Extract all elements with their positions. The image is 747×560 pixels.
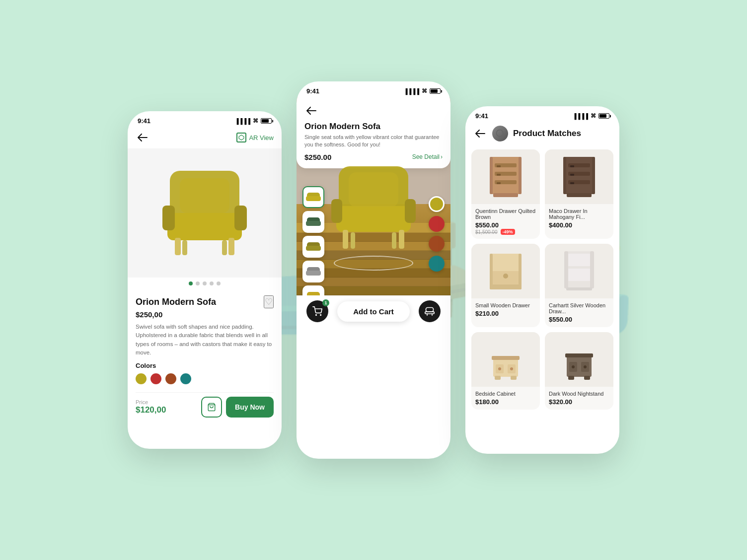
battery-icon-2 — [430, 88, 441, 94]
product-card-1[interactable]: Quentinn Drawer Quilted Brown $550.00 $1… — [471, 149, 540, 239]
variant-yellow[interactable] — [302, 186, 324, 208]
cp-teal[interactable] — [429, 256, 445, 272]
product-grid: Quentinn Drawer Quilted Brown $550.00 $1… — [465, 145, 619, 414]
status-icons-1: ▐▐▐▐ ⌘ — [235, 118, 272, 124]
product-card-5[interactable]: Bedside Cabinet $180.00 — [471, 332, 540, 410]
phone-2-ar-view: 9:41 ▐▐▐▐ ⌘ — [297, 81, 450, 459]
variant-dark-green[interactable] — [302, 211, 324, 233]
cp-brown[interactable] — [429, 236, 445, 252]
cp-red[interactable] — [429, 216, 445, 232]
svg-rect-11 — [306, 196, 321, 201]
search-avatar — [492, 126, 508, 141]
ar-label: AR View — [249, 134, 274, 141]
svg-rect-60 — [567, 193, 592, 197]
svg-rect-61 — [563, 157, 566, 194]
svg-rect-74 — [566, 287, 592, 290]
svg-rect-84 — [565, 353, 593, 357]
ar-bottom-bar: 1 Add to Cart — [297, 295, 450, 327]
ar-chair-button[interactable] — [419, 300, 441, 322]
ar-product-description: Single seat sofa with yellow vibrant col… — [304, 134, 443, 149]
cart-badge: 1 — [322, 299, 329, 306]
status-time-2: 9:41 — [306, 87, 319, 95]
product-price-card-4: $550.00 — [549, 316, 572, 323]
svg-point-87 — [572, 365, 575, 368]
phone-1-product-detail: 9:41 ▐▐▐▐ ⌘ AR View — [128, 111, 282, 449]
product-name-card-6: Dark Wood Nightstand — [549, 391, 609, 397]
product-price-card-2: $400.00 — [549, 221, 572, 229]
svg-rect-45 — [497, 165, 501, 167]
phone-3-product-matches: 9:41 ▐▐▐▐ ⌘ Product Matches — [465, 106, 619, 454]
svg-rect-4 — [175, 238, 181, 255]
product-card-2[interactable]: Maco Drawer In Mahogany Fi... $400.00 — [545, 149, 613, 239]
product-card-3[interactable]: Small Wooden Drawer $210.00 — [471, 244, 540, 327]
back-button-3[interactable] — [473, 127, 487, 140]
svg-rect-52 — [519, 157, 522, 194]
status-bar-3: 9:41 ▐▐▐▐ ⌘ — [465, 106, 619, 122]
product-price-1: $250,00 — [136, 310, 274, 319]
price-row-4: $550.00 — [549, 316, 609, 323]
color-option-brown[interactable] — [165, 373, 176, 384]
status-time-3: 9:41 — [475, 112, 488, 120]
variant-olive[interactable] — [302, 236, 324, 258]
color-option-teal[interactable] — [180, 373, 191, 384]
svg-rect-31 — [399, 230, 404, 249]
svg-rect-55 — [570, 165, 574, 167]
ar-product-name: Orion Modern Sofa — [304, 122, 443, 132]
svg-rect-57 — [570, 174, 574, 176]
price-row-3: $210.00 — [475, 310, 536, 317]
svg-point-36 — [320, 315, 321, 316]
price-label: Price — [136, 399, 166, 405]
ar-product-price: $250.00 — [304, 153, 331, 161]
svg-rect-37 — [426, 308, 433, 312]
svg-rect-2 — [162, 206, 175, 230]
product-image-area — [128, 148, 282, 278]
product-description: Swivel sofa with soft shapes and nice pa… — [136, 323, 274, 357]
signal-icon-2: ▐▐▐▐ — [404, 88, 419, 94]
add-to-cart-button[interactable]: Add to Cart — [337, 301, 410, 322]
svg-rect-64 — [490, 284, 522, 289]
product-img-6 — [545, 332, 613, 387]
battery-icon-3 — [598, 113, 609, 119]
product-card-4[interactable]: Carhartt Silver Wooden Draw... $550.00 — [545, 244, 613, 327]
ar-color-picker — [429, 196, 445, 272]
svg-rect-7 — [222, 240, 227, 255]
svg-rect-76 — [492, 356, 520, 360]
svg-rect-6 — [182, 240, 187, 255]
ar-cart-button[interactable]: 1 — [306, 300, 328, 322]
svg-rect-15 — [306, 246, 321, 251]
discount-row-1: $1,500.00 -49% — [475, 229, 536, 235]
wifi-icon: ⌘ — [253, 118, 258, 124]
dot-1 — [189, 281, 193, 285]
product-card-6[interactable]: Dark Wood Nightstand $320.00 — [545, 332, 613, 410]
ar-cube-icon — [236, 133, 246, 142]
status-icons-3: ▐▐▐▐ ⌘ — [573, 113, 609, 119]
variant-yellow-2[interactable] — [302, 285, 324, 295]
svg-rect-28 — [331, 199, 342, 223]
back-button-2[interactable] — [304, 104, 318, 118]
svg-rect-49 — [497, 182, 501, 184]
signal-icon-3: ▐▐▐▐ — [573, 113, 588, 119]
cp-yellow[interactable] — [429, 196, 445, 212]
svg-point-80 — [510, 367, 513, 370]
cart-icon-button[interactable] — [201, 397, 222, 418]
svg-rect-72 — [564, 251, 568, 288]
price-row-6: $320.00 — [549, 398, 609, 406]
ar-view-button[interactable]: AR View — [236, 133, 274, 142]
svg-rect-90 — [584, 376, 590, 380]
product-name-card-2: Maco Drawer In Mahogany Fi... — [549, 208, 609, 220]
discount-badge-1: -49% — [501, 229, 515, 235]
svg-point-66 — [503, 274, 508, 279]
product-price-card-5: $180.00 — [475, 398, 499, 406]
page-title: Product Matches — [513, 129, 581, 139]
wishlist-button[interactable]: ♡ — [264, 295, 274, 308]
color-option-red[interactable] — [150, 373, 161, 384]
svg-rect-29 — [405, 199, 416, 223]
buy-now-button[interactable]: Buy Now — [226, 397, 274, 418]
product-price-card-6: $320.00 — [549, 398, 572, 406]
variant-gray[interactable] — [302, 261, 324, 282]
price-row-1: $550.00 — [475, 221, 536, 229]
color-option-yellow[interactable] — [136, 373, 147, 384]
back-button-1[interactable] — [136, 131, 149, 144]
svg-rect-33 — [392, 232, 396, 249]
price-row-5: $180.00 — [475, 398, 536, 406]
